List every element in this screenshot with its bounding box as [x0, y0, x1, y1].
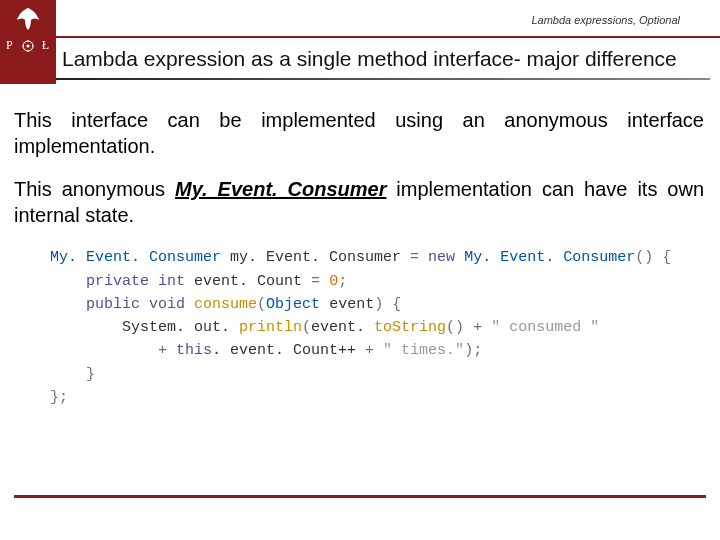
slide-title: Lambda expression as a single method int…: [62, 46, 710, 71]
breadcrumb: Lambda expressions, Optional: [531, 14, 680, 26]
code-token: int: [158, 273, 185, 290]
logo-letter-right: Ł: [42, 38, 50, 53]
code-token: My. Event. Consumer: [50, 249, 221, 266]
code-token: Object: [266, 296, 320, 313]
logo-letters: P Ł: [6, 38, 50, 53]
code-token: println: [239, 319, 302, 336]
code-token: consume: [194, 296, 257, 313]
code-token: +: [365, 342, 383, 359]
code-token: My. Event. Consumer: [464, 249, 635, 266]
code-token: System. out.: [122, 319, 239, 336]
code-token: event: [329, 296, 374, 313]
paragraph-2: This anonymous My. Event. Consumer imple…: [14, 177, 704, 228]
code-token: " consumed ": [491, 319, 599, 336]
slide: Lambda expressions, Optional P: [0, 0, 720, 540]
code-token: (): [446, 319, 464, 336]
code-token: (: [302, 319, 311, 336]
paragraph-1: This interface can be implemented using …: [14, 108, 704, 159]
code-token: }: [86, 366, 95, 383]
code-token: () {: [635, 249, 671, 266]
code-token: my. Event. Consumer: [230, 249, 401, 266]
gear-icon: [22, 40, 34, 52]
code-token: +: [464, 319, 491, 336]
code-token: 0: [329, 273, 338, 290]
code-token: private: [86, 273, 149, 290]
header-divider: [0, 36, 720, 38]
footer-divider: [14, 495, 706, 498]
code-token: public: [86, 296, 140, 313]
para2-emphasis: My. Event. Consumer: [175, 178, 386, 200]
code-token: );: [464, 342, 482, 359]
code-token: this: [176, 342, 212, 359]
code-token: . event. Count++: [212, 342, 365, 359]
code-token: };: [50, 389, 68, 406]
title-underline: [56, 78, 710, 80]
university-logo: P Ł: [0, 0, 56, 84]
code-token: event.: [311, 319, 374, 336]
code-token: +: [158, 342, 176, 359]
code-token: toString: [374, 319, 446, 336]
code-token: event. Count: [194, 273, 302, 290]
para2-pre: This anonymous: [14, 178, 175, 200]
slide-body: This interface can be implemented using …: [0, 84, 720, 409]
code-token: =: [302, 273, 329, 290]
slide-header: Lambda expressions, Optional P: [0, 0, 720, 84]
code-block: My. Event. Consumer my. Event. Consumer …: [50, 246, 694, 409]
code-token: ;: [338, 273, 347, 290]
eagle-icon: [13, 6, 43, 32]
code-token: void: [149, 296, 185, 313]
logo-letter-left: P: [6, 38, 14, 53]
svg-point-9: [26, 44, 29, 47]
code-token: (: [257, 296, 266, 313]
code-token: ) {: [374, 296, 401, 313]
code-token: new: [428, 249, 455, 266]
code-token: " times.": [383, 342, 464, 359]
code-token: =: [401, 249, 428, 266]
